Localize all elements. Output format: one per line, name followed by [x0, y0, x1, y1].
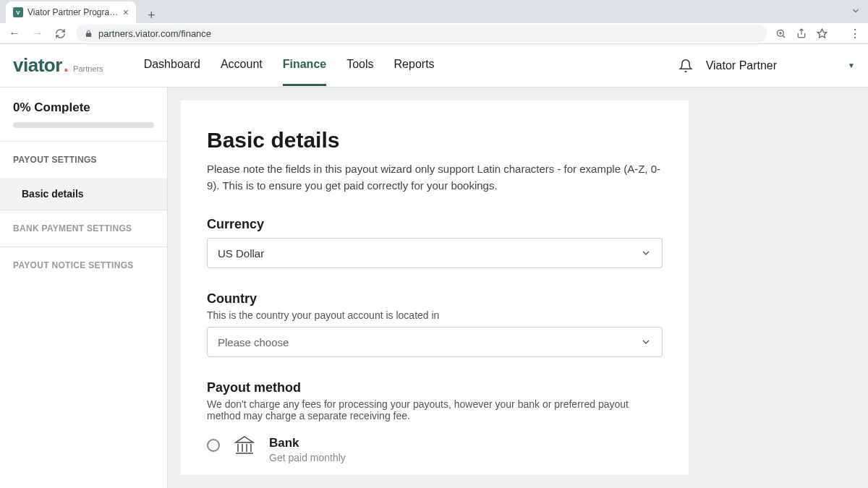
address-bar-row: ← → partners.viator.com/finance ⋮ [0, 23, 868, 44]
logo-subtext: Partners [73, 64, 103, 73]
option-text: Bank Get paid monthly [269, 436, 346, 463]
bank-icon [233, 435, 256, 458]
sidebar-header-bank[interactable]: BANK PAYMENT SETTINGS [0, 210, 167, 247]
tabs-dropdown-icon[interactable] [851, 6, 861, 16]
share-icon[interactable] [796, 28, 807, 38]
address-bar[interactable]: partners.viator.com/finance [76, 25, 767, 42]
close-icon[interactable]: × [123, 7, 129, 18]
progress-section: 0% Complete [0, 87, 167, 141]
svg-marker-5 [817, 29, 827, 38]
sidebar-header-notice[interactable]: PAYOUT NOTICE SETTINGS [0, 247, 167, 283]
country-select[interactable]: Please choose [207, 327, 663, 357]
reload-button[interactable] [54, 28, 67, 39]
user-name[interactable]: Viator Partner [706, 59, 777, 72]
nav-tools[interactable]: Tools [346, 45, 373, 86]
main-nav: Dashboard Account Finance Tools Reports [144, 45, 435, 86]
option-title: Bank [269, 436, 346, 450]
country-help: This is the country your payout account … [207, 309, 663, 321]
address-bar-icons [775, 28, 830, 39]
header-right: Viator Partner ▼ [678, 59, 855, 73]
currency-select[interactable]: US Dollar [207, 238, 663, 268]
sidebar-header-payout[interactable]: PAYOUT SETTINGS [0, 142, 167, 178]
payout-option-bank[interactable]: Bank Get paid monthly [207, 436, 663, 463]
country-label: Country [207, 291, 663, 307]
sidebar-group-bank: BANK PAYMENT SETTINGS [0, 210, 167, 247]
page-description: Please note the fields in this payout wi… [207, 161, 663, 194]
nav-account[interactable]: Account [221, 45, 263, 86]
radio-button[interactable] [207, 439, 220, 452]
nav-finance[interactable]: Finance [283, 45, 326, 86]
browser-chrome: V Viator Partner Program - Finan × + ← →… [0, 0, 868, 44]
sidebar-item-basic-details[interactable]: Basic details [0, 178, 167, 210]
currency-label: Currency [207, 217, 663, 232]
country-placeholder: Please choose [218, 336, 289, 348]
chevron-down-icon [640, 247, 652, 259]
user-dropdown-icon[interactable]: ▼ [848, 61, 855, 69]
page-title: Basic details [207, 128, 663, 153]
option-subtitle: Get paid monthly [269, 452, 346, 463]
content-card: Basic details Please note the fields in … [181, 100, 689, 475]
progress-label: 0% Complete [13, 100, 154, 115]
sidebar-group-payout: PAYOUT SETTINGS Basic details [0, 141, 167, 210]
lock-icon [85, 30, 93, 38]
url-text: partners.viator.com/finance [98, 28, 211, 39]
svg-marker-6 [236, 437, 253, 442]
main-content: Basic details Please note the fields in … [168, 87, 868, 488]
bell-icon[interactable] [678, 59, 693, 73]
chevron-down-icon [640, 336, 652, 348]
favicon: V [13, 7, 23, 17]
forward-button[interactable]: → [30, 27, 45, 40]
browser-tab[interactable]: V Viator Partner Program - Finan × [6, 1, 136, 23]
tab-bar: V Viator Partner Program - Finan × + [0, 0, 868, 23]
app-header: viator. Partners Dashboard Account Finan… [0, 44, 868, 87]
star-icon[interactable] [817, 28, 827, 39]
app-body: 0% Complete PAYOUT SETTINGS Basic detail… [0, 87, 868, 488]
currency-value: US Dollar [218, 247, 264, 260]
browser-menu-icon[interactable]: ⋮ [849, 27, 861, 40]
logo[interactable]: viator. Partners [13, 54, 103, 77]
payout-method-label: Payout method [207, 380, 663, 395]
svg-line-1 [783, 35, 785, 38]
tab-title: Viator Partner Program - Finan [27, 7, 119, 17]
new-tab-button[interactable]: + [143, 8, 160, 23]
sidebar-group-notice: PAYOUT NOTICE SETTINGS [0, 247, 167, 283]
zoom-icon[interactable] [775, 28, 786, 39]
logo-text: viator [13, 54, 62, 77]
payout-method-help: We don't charge any fees for processing … [207, 398, 663, 421]
nav-reports[interactable]: Reports [394, 45, 435, 86]
nav-dashboard[interactable]: Dashboard [144, 45, 200, 86]
sidebar: 0% Complete PAYOUT SETTINGS Basic detail… [0, 87, 168, 488]
progress-bar [13, 122, 154, 128]
back-button[interactable]: ← [7, 27, 22, 40]
